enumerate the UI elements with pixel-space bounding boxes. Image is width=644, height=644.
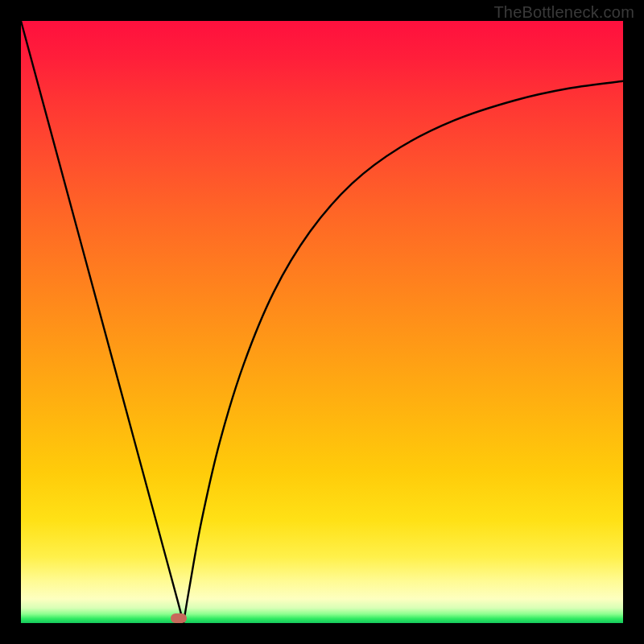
plot-frame bbox=[21, 21, 623, 623]
curve-right-branch bbox=[184, 81, 623, 623]
curve-left-branch bbox=[21, 21, 184, 623]
curve-layer bbox=[21, 21, 623, 623]
attribution-text: TheBottleneck.com bbox=[493, 3, 634, 22]
minimum-marker bbox=[171, 613, 187, 623]
